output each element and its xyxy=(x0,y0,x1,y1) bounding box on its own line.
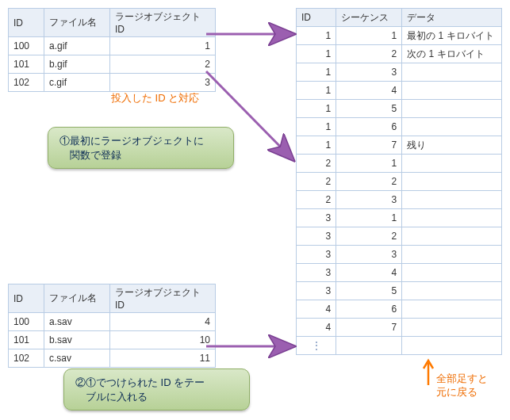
cell-id: 4 xyxy=(297,319,336,337)
callout-step-1: ①最初にラージオブジェクトに 関数で登録 xyxy=(48,127,234,169)
cell-filename: a.sav xyxy=(44,313,110,331)
cell-data xyxy=(402,264,502,282)
cell-seq: 6 xyxy=(336,118,402,136)
table-row: 23 xyxy=(297,191,502,209)
cell-id: 1 xyxy=(297,100,336,118)
col-header-largeobjectid: ラージオブジェクト ID xyxy=(110,9,216,37)
cell-id: 100 xyxy=(9,37,44,55)
cell-seq: 7 xyxy=(336,319,402,337)
cell-data xyxy=(402,209,502,227)
cell-data xyxy=(402,227,502,246)
col-header-sequence: シーケンス xyxy=(336,9,402,27)
cell-lo: 1 xyxy=(110,37,216,55)
table-row: 11最初の 1 キロバイト xyxy=(297,27,502,45)
table-large-object: ID シーケンス データ 11最初の 1 キロバイト 12次の 1 キロバイト … xyxy=(296,8,502,355)
cell-data xyxy=(402,191,502,209)
cell-id: 3 xyxy=(297,246,336,264)
col-header-filename: ファイル名 xyxy=(44,9,110,37)
callout-text-line: ①最初にラージオブジェクトに xyxy=(59,135,204,147)
annotation-sum: 全部足すと 元に戻る xyxy=(436,372,488,399)
cell-lo: 11 xyxy=(110,349,216,368)
table-row: 101 b.sav 10 xyxy=(9,331,216,349)
cell-id: 4 xyxy=(297,300,336,319)
cell-data: 残り xyxy=(402,136,502,155)
arrow-sum-up-head xyxy=(424,361,433,368)
cell-id: 2 xyxy=(297,155,336,173)
cell-id: 101 xyxy=(9,55,44,74)
annotation-sum-line1: 全部足すと xyxy=(436,372,488,384)
cell-data xyxy=(402,82,502,100)
table-row: 33 xyxy=(297,246,502,264)
cell-data xyxy=(402,282,502,300)
col-header-id: ID xyxy=(9,284,44,313)
col-header-filename: ファイル名 xyxy=(44,284,110,313)
cell-id: 1 xyxy=(297,136,336,155)
table-row: 46 xyxy=(297,300,502,319)
col-header-id: ID xyxy=(9,9,44,37)
cell-id: 100 xyxy=(9,313,44,331)
cell-data xyxy=(402,173,502,191)
table-row: 102 c.gif 3 xyxy=(9,74,216,92)
table-row-ellipsis: ⋮ xyxy=(297,337,502,355)
cell-data xyxy=(402,319,502,337)
cell-seq: 3 xyxy=(336,246,402,264)
table-row: 31 xyxy=(297,209,502,227)
table-row: 102 c.sav 11 xyxy=(9,349,216,368)
cell-id: 1 xyxy=(297,27,336,45)
cell-id: 2 xyxy=(297,173,336,191)
table-row: 100 a.gif 1 xyxy=(9,37,216,55)
callout-step-2: ②①でつけられた ID をテー ブルに入れる xyxy=(63,368,250,410)
cell-filename: c.gif xyxy=(44,74,110,92)
cell-id: 1 xyxy=(297,63,336,82)
cell-id: 1 xyxy=(297,45,336,63)
cell-lo: 3 xyxy=(110,74,216,92)
cell-filename: b.sav xyxy=(44,331,110,349)
cell-lo: 10 xyxy=(110,331,216,349)
cell-seq: 3 xyxy=(336,191,402,209)
table-row: 21 xyxy=(297,155,502,173)
cell-seq: 6 xyxy=(336,300,402,319)
table-files-top: ID ファイル名 ラージオブジェクト ID 100 a.gif 1 101 b.… xyxy=(8,8,216,92)
cell-id: 3 xyxy=(297,227,336,246)
cell-filename: c.sav xyxy=(44,349,110,368)
callout-text-line: ②①でつけられた ID をテー xyxy=(75,376,205,388)
cell-data xyxy=(402,155,502,173)
cell-seq: 1 xyxy=(336,27,402,45)
cell-id: 1 xyxy=(297,82,336,100)
diagram-stage: ID ファイル名 ラージオブジェクト ID 100 a.gif 1 101 b.… xyxy=(8,8,502,412)
cell-seq: 4 xyxy=(336,82,402,100)
cell-id: 2 xyxy=(297,191,336,209)
table-row: 32 xyxy=(297,227,502,246)
cell-id: 102 xyxy=(9,349,44,368)
cell-seq: 2 xyxy=(336,173,402,191)
cell-id: 102 xyxy=(9,74,44,92)
callout-text-line: ブルに入れる xyxy=(75,391,148,403)
cell-filename: b.gif xyxy=(44,55,110,74)
cell-id: 3 xyxy=(297,282,336,300)
cell-seq: 5 xyxy=(336,282,402,300)
cell-lo: 4 xyxy=(110,313,216,331)
cell-seq: 5 xyxy=(336,100,402,118)
cell-seq: 7 xyxy=(336,136,402,155)
table-row: 47 xyxy=(297,319,502,337)
cell-seq: 3 xyxy=(336,63,402,82)
cell-filename: a.gif xyxy=(44,37,110,55)
cell-data xyxy=(402,118,502,136)
cell-id: 1 xyxy=(297,118,336,136)
cell-seq: 1 xyxy=(336,209,402,227)
table-row: 16 xyxy=(297,118,502,136)
table-row: 13 xyxy=(297,63,502,82)
col-header-data: データ xyxy=(402,9,502,27)
col-header-largeobjectid: ラージオブジェクト ID xyxy=(110,284,216,313)
cell-ellipsis: ⋮ xyxy=(297,337,336,355)
cell-data: 次の 1 キロバイト xyxy=(402,45,502,63)
cell-seq: 2 xyxy=(336,227,402,246)
table-row: 14 xyxy=(297,82,502,100)
cell-id: 3 xyxy=(297,209,336,227)
callout-text-line: 関数で登録 xyxy=(59,149,121,161)
cell-id: 3 xyxy=(297,264,336,282)
cell-data xyxy=(402,300,502,319)
annotation-id-corresponds: 投入した ID と対応 xyxy=(111,91,199,105)
annotation-sum-line2: 元に戻る xyxy=(436,386,477,398)
table-row: 101 b.gif 2 xyxy=(9,55,216,74)
